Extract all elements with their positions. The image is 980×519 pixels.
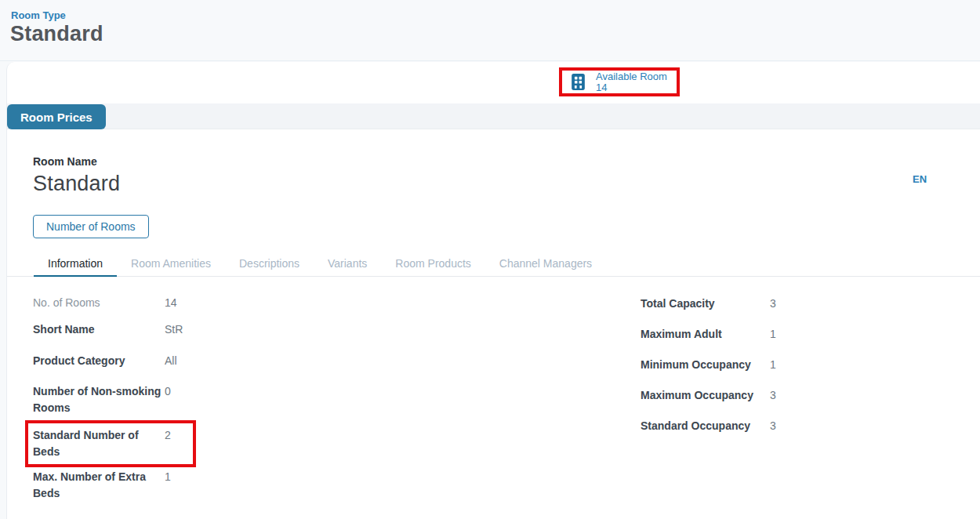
field-value: 1 [770,326,776,343]
tab-room-amenities[interactable]: Room Amenities [117,251,225,277]
available-room-label: Available Room [596,71,667,82]
field-value: 2 [165,427,171,460]
page-title: Standard [10,22,103,46]
fields-left-column: No. of Rooms 14 Short Name StR Product C… [33,295,221,502]
toolbar: Available Room 14 [7,62,980,103]
field-row: Maximum Occupancy 3 [641,387,829,404]
tab-label: Channel Managers [499,257,592,270]
field-value: StR [165,321,183,338]
field-row: No. of Rooms 14 [33,295,221,311]
available-room-badge[interactable]: Available Room 14 [559,67,680,96]
tab-descriptions[interactable]: Descriptions [225,251,314,277]
field-label: Max. Number of Extra Beds [33,469,165,502]
tab-information[interactable]: Information [34,251,117,277]
field-row: Number of Non-smoking Rooms 0 [33,383,221,416]
room-type-page: { "header": { "breadcrumb": "Room Type",… [0,0,980,519]
tab-room-products[interactable]: Room Products [381,251,485,277]
field-value: 0 [165,383,171,416]
language-indicator[interactable]: EN [913,173,927,185]
room-type-card: Available Room 14 Room Prices Room Name … [6,62,980,519]
field-row: Max. Number of Extra Beds 1 [33,469,221,502]
room-name-label: Room Name [33,155,97,168]
tab-bar: Information Room Amenities Descriptions … [7,251,980,277]
field-value: 1 [165,469,171,502]
room-prices-button[interactable]: Room Prices [7,104,106,129]
field-row: Total Capacity 3 [641,296,829,312]
fields-right-column: Total Capacity 3 Maximum Adult 1 Minimum… [641,296,829,448]
field-value: 14 [165,295,177,311]
tab-variants[interactable]: Variants [314,251,381,277]
section-strip [7,103,980,129]
room-name-value: Standard [33,172,120,196]
field-value: 3 [770,418,776,434]
field-row: Short Name StR [33,321,221,338]
number-of-rooms-button[interactable]: Number of Rooms [33,215,149,238]
tab-label: Variants [328,257,367,270]
field-label: Short Name [33,321,165,338]
tab-label: Room Amenities [131,257,211,270]
field-row: Minimum Occupancy 1 [641,357,829,373]
annotation-highlight-box: Standard Number of Beds 2 [25,420,196,467]
field-row: Product Category All [33,353,221,369]
field-label: Standard Number of Beds [33,427,165,460]
field-label: Total Capacity [641,296,770,312]
field-label: Product Category [33,353,165,369]
field-row: Maximum Adult 1 [641,326,829,343]
top-band: Room Type Standard [0,0,980,61]
field-label: Number of Non-smoking Rooms [33,383,165,416]
field-value: 1 [770,357,776,373]
tab-channel-managers[interactable]: Channel Managers [485,251,606,277]
field-label: Maximum Adult [641,326,770,343]
tab-label: Room Products [395,257,470,270]
field-label: Standard Occupancy [641,418,770,434]
field-label: No. of Rooms [33,295,165,311]
field-value: 3 [770,296,776,312]
breadcrumb: Room Type [11,9,66,21]
field-label: Minimum Occupancy [641,357,770,373]
building-icon [568,72,588,92]
tab-label: Information [48,257,103,270]
field-label: Maximum Occupancy [641,387,770,404]
available-room-count: 14 [596,82,667,93]
field-row: Standard Occupancy 3 [641,418,829,434]
field-row: Standard Number of Beds 2 [33,427,180,460]
tab-label: Descriptions [239,257,299,270]
field-value: 3 [770,387,776,404]
field-value: All [165,353,177,369]
